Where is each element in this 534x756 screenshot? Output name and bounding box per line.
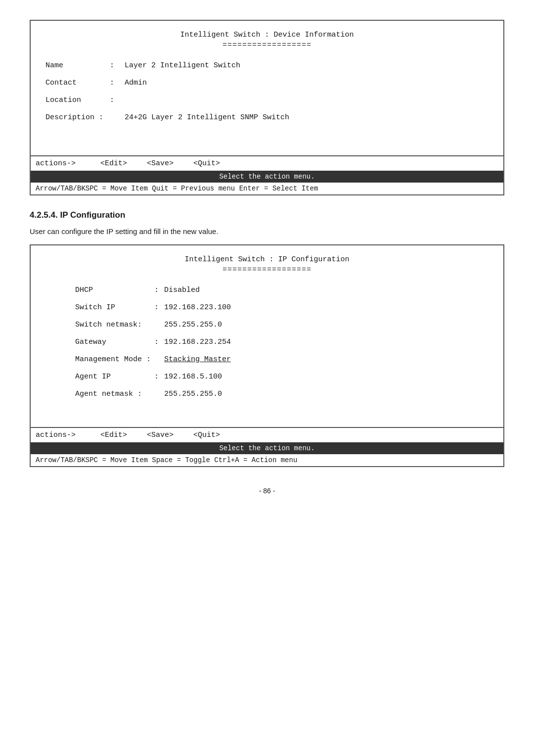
switch-netmask-value: 255.255.255.0 <box>164 321 489 329</box>
ip-config-content: Intelligent Switch : IP Configuration ==… <box>31 245 503 427</box>
device-info-terminal: Intelligent Switch : Device Information … <box>30 20 504 195</box>
ip-actions-row: actions-> <Edit> <Save> <Quit> <box>31 428 503 442</box>
agent-ip-label: Agent IP <box>75 373 154 381</box>
device-contact-label: Contact <box>45 79 110 87</box>
ip-config-underline: ================== <box>45 266 489 274</box>
device-name-value: Layer 2 Intelligent Switch <box>125 61 489 70</box>
gateway-row: Gateway : 192.168.223.254 <box>45 338 489 346</box>
agent-netmask-row: Agent netmask : 255.255.255.0 <box>45 390 489 398</box>
device-location-value <box>125 96 489 104</box>
gateway-label: Gateway <box>75 338 154 346</box>
device-nav-text: Arrow/TAB/BKSPC = Move Item Quit = Previ… <box>31 183 503 194</box>
agent-ip-value: 192.168.5.100 <box>164 373 489 381</box>
agent-ip-row: Agent IP : 192.168.5.100 <box>45 373 489 381</box>
switch-netmask-label: Switch netmask: <box>75 321 154 329</box>
agent-netmask-value: 255.255.255.0 <box>164 390 489 398</box>
ip-nav-text: Arrow/TAB/BKSPC = Move Item Space = Togg… <box>31 454 503 466</box>
ip-actions-label: actions-> <box>36 431 76 439</box>
gateway-value: 192.168.223.254 <box>164 338 489 346</box>
device-description-colon <box>110 113 125 122</box>
ip-quit-button[interactable]: <Quit> <box>193 431 220 439</box>
ip-config-actions: actions-> <Edit> <Save> <Quit> Select th… <box>31 427 503 466</box>
device-contact-value: Admin <box>125 79 489 87</box>
device-name-row: Name : Layer 2 Intelligent Switch <box>45 61 489 70</box>
ip-config-title: Intelligent Switch : IP Configuration <box>45 255 489 264</box>
switch-netmask-row: Switch netmask: 255.255.255.0 <box>45 321 489 329</box>
agent-ip-colon: : <box>154 373 164 381</box>
device-actions-label: actions-> <box>36 159 76 168</box>
device-name-colon: : <box>110 61 125 70</box>
device-quit-button[interactable]: <Quit> <box>193 159 220 168</box>
ip-help-text: Select the action menu. <box>31 442 503 454</box>
device-actions-row: actions-> <Edit> <Save> <Quit> <box>31 156 503 171</box>
device-name-label: Name <box>45 61 110 70</box>
device-info-content: Intelligent Switch : Device Information … <box>31 21 503 155</box>
device-location-colon: : <box>110 96 125 104</box>
ip-save-button[interactable]: <Save> <box>147 431 174 439</box>
device-description-row: Description : 24+2G Layer 2 Intelligent … <box>45 113 489 122</box>
gateway-colon: : <box>154 338 164 346</box>
device-contact-colon: : <box>110 79 125 87</box>
management-mode-colon <box>154 355 164 364</box>
management-mode-value: Stacking Master <box>164 355 489 364</box>
switch-ip-colon: : <box>154 303 164 312</box>
device-location-row: Location : <box>45 96 489 104</box>
dhcp-value: Disabled <box>164 286 489 294</box>
switch-ip-label: Switch IP <box>75 303 154 312</box>
device-info-title: Intelligent Switch : Device Information <box>45 31 489 39</box>
page-number: - 86 - <box>30 487 504 495</box>
ip-config-heading: 4.2.5.4. IP Configuration <box>30 210 504 220</box>
dhcp-label: DHCP <box>75 286 154 294</box>
device-save-button[interactable]: <Save> <box>147 159 174 168</box>
dhcp-colon: : <box>154 286 164 294</box>
device-description-label: Description : <box>45 113 110 122</box>
ip-config-terminal: Intelligent Switch : IP Configuration ==… <box>30 244 504 467</box>
agent-netmask-colon <box>154 390 164 398</box>
dhcp-row: DHCP : Disabled <box>45 286 489 294</box>
switch-ip-row: Switch IP : 192.168.223.100 <box>45 303 489 312</box>
management-mode-row: Management Mode : Stacking Master <box>45 355 489 364</box>
device-help-text: Select the action menu. <box>31 171 503 183</box>
device-location-label: Location <box>45 96 110 104</box>
device-info-underline: ================== <box>45 41 489 49</box>
ip-edit-button[interactable]: <Edit> <box>100 431 127 439</box>
device-description-value: 24+2G Layer 2 Intelligent SNMP Switch <box>125 113 489 122</box>
management-mode-label: Management Mode : <box>75 355 154 364</box>
ip-config-description: User can configure the IP setting and fi… <box>30 227 504 236</box>
switch-netmask-colon <box>154 321 164 329</box>
device-info-actions: actions-> <Edit> <Save> <Quit> Select th… <box>31 155 503 194</box>
device-edit-button[interactable]: <Edit> <box>100 159 127 168</box>
agent-netmask-label: Agent netmask : <box>75 390 154 398</box>
switch-ip-value: 192.168.223.100 <box>164 303 489 312</box>
device-contact-row: Contact : Admin <box>45 79 489 87</box>
